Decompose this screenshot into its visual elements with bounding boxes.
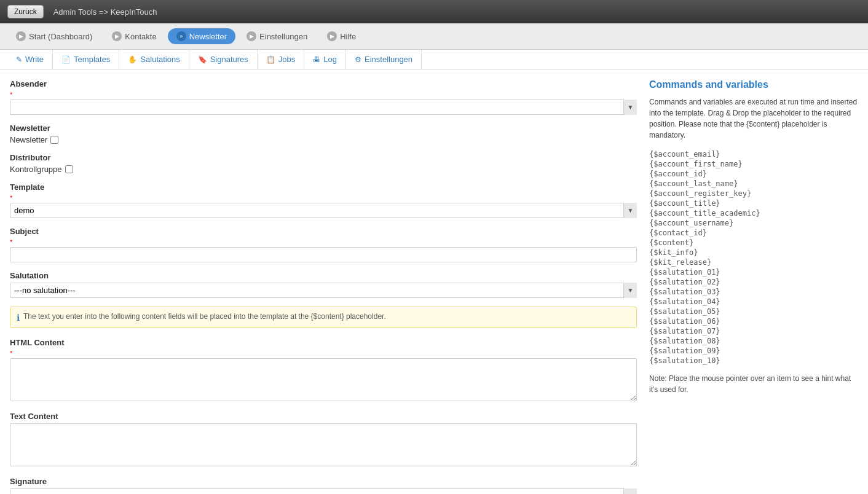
- html-content-field-group: HTML Content *: [10, 338, 637, 403]
- tab-templates[interactable]: 📄 Templates: [53, 50, 119, 69]
- nav-tab-contacts-label: Kontakte: [125, 32, 156, 41]
- distributor-checkbox[interactable]: [65, 165, 73, 173]
- newsletter-field-group: Newsletter Newsletter: [10, 124, 637, 144]
- variable-item[interactable]: {$account_register_key}: [649, 189, 858, 198]
- variable-item[interactable]: {$salutation_02}: [649, 277, 858, 287]
- subject-input[interactable]: [10, 247, 637, 262]
- distributor-checkbox-row: Kontrollgruppe: [10, 165, 637, 174]
- salutation-label: Salutation: [10, 271, 637, 280]
- templates-icon: 📄: [61, 55, 71, 64]
- tab-arrow-newsletter: »: [176, 31, 186, 41]
- nav-tab-help[interactable]: ▶ Hilfe: [318, 28, 365, 44]
- back-button[interactable]: Zurück: [7, 5, 44, 18]
- variable-item[interactable]: {$salutation_04}: [649, 297, 858, 307]
- template-select-wrapper: demo ▼: [10, 203, 637, 218]
- variable-item[interactable]: {$salutation_08}: [649, 336, 858, 346]
- tab-signatures-label: Signatures: [210, 55, 248, 64]
- tab-salutations[interactable]: ✋ Salutations: [119, 50, 189, 69]
- einstellungen-icon: ⚙: [355, 55, 361, 64]
- newsletter-checkbox-row: Newsletter: [10, 135, 637, 144]
- variable-item[interactable]: {$account_title}: [649, 198, 858, 208]
- html-content-required: *: [10, 350, 637, 357]
- variable-item[interactable]: {$salutation_01}: [649, 267, 858, 277]
- salutation-field-group: Salutation ---no salutation--- ▼: [10, 271, 637, 298]
- variables-list: {$account_email}{$account_first_name}{$a…: [649, 149, 858, 366]
- tab-signatures[interactable]: 🔖 Signatures: [189, 50, 258, 69]
- text-content-field-group: Text Content: [10, 412, 637, 468]
- nav-tab-newsletter[interactable]: » Newsletter: [168, 28, 235, 44]
- variable-item[interactable]: {$contact_id}: [649, 228, 858, 238]
- subject-field-group: Subject *: [10, 227, 637, 262]
- main-layout: Absender * ▼ Newsletter Newsletter: [0, 69, 868, 494]
- salutations-icon: ✋: [128, 55, 137, 64]
- tab-einstellungen-label: Einstellungen: [365, 55, 412, 64]
- tab-log[interactable]: 🖶 Log: [304, 50, 346, 69]
- signatures-icon: 🔖: [198, 55, 207, 64]
- tab-einstellungen[interactable]: ⚙ Einstellungen: [346, 50, 422, 69]
- info-icon: ℹ: [17, 313, 20, 323]
- variable-item[interactable]: {$account_email}: [649, 149, 858, 159]
- template-required: *: [10, 194, 637, 202]
- template-label: Template: [10, 182, 637, 192]
- distributor-label: Distributor: [10, 153, 637, 162]
- signature-label: Signature: [10, 477, 637, 486]
- template-select[interactable]: demo: [10, 203, 637, 218]
- tab-log-label: Log: [323, 55, 337, 64]
- tab-write[interactable]: ✎ Write: [7, 50, 53, 69]
- variable-item[interactable]: {$account_username}: [649, 218, 858, 228]
- variable-item[interactable]: {$kit_info}: [649, 248, 858, 257]
- nav-tab-dashboard-label: Start (Dashboard): [29, 32, 92, 41]
- panel-description: Commands and variables are executed at r…: [649, 96, 858, 141]
- nav-tab-contacts[interactable]: ▶ Kontakte: [103, 28, 165, 44]
- tab-jobs[interactable]: 📋 Jobs: [258, 50, 304, 69]
- text-content-label: Text Content: [10, 412, 637, 421]
- form-section: Absender * ▼ Newsletter Newsletter: [10, 79, 637, 494]
- nav-tab-settings[interactable]: ▶ Einstellungen: [238, 28, 316, 44]
- template-field-group: Template * demo ▼: [10, 182, 637, 218]
- newsletter-checkbox[interactable]: [50, 136, 58, 144]
- newsletter-label: Newsletter: [10, 124, 637, 133]
- html-content-textarea[interactable]: [10, 358, 637, 401]
- tab-arrow-settings: ▶: [247, 31, 256, 41]
- signature-select[interactable]: [10, 488, 637, 494]
- nav-tab-dashboard[interactable]: ▶ Start (Dashboard): [7, 28, 101, 44]
- salutation-select[interactable]: ---no salutation---: [10, 283, 637, 298]
- signature-select-wrapper: ▼: [10, 488, 637, 494]
- variable-item[interactable]: {$salutation_03}: [649, 287, 858, 297]
- variable-item[interactable]: {$salutation_09}: [649, 346, 858, 356]
- absender-label: Absender: [10, 79, 637, 88]
- variable-item[interactable]: {$salutation_10}: [649, 356, 858, 366]
- top-bar-title: Admin Tools => KeepInTouch: [53, 7, 157, 17]
- tab-salutations-label: Salutations: [140, 55, 180, 64]
- write-icon: ✎: [16, 55, 22, 64]
- panel-note: Note: Place the mouse pointer over an it…: [649, 373, 858, 395]
- variable-item[interactable]: {$salutation_07}: [649, 326, 858, 336]
- absender-select-wrapper: ▼: [10, 100, 637, 115]
- variable-item[interactable]: {$account_first_name}: [649, 159, 858, 169]
- nav-tab-newsletter-label: Newsletter: [189, 32, 227, 41]
- info-box: ℹ The text you enter into the following …: [10, 307, 637, 328]
- variable-item[interactable]: {$account_id}: [649, 169, 858, 179]
- tab-arrow-help: ▶: [327, 31, 337, 41]
- variable-item[interactable]: {$content}: [649, 238, 858, 248]
- variable-item[interactable]: {$salutation_05}: [649, 307, 858, 316]
- variable-item[interactable]: {$account_title_academic}: [649, 208, 858, 218]
- top-bar: Zurück Admin Tools => KeepInTouch: [0, 0, 868, 23]
- variable-item[interactable]: {$kit_release}: [649, 257, 858, 267]
- info-text: The text you enter into the following co…: [23, 312, 386, 321]
- html-content-label: HTML Content: [10, 338, 637, 347]
- salutation-select-wrapper: ---no salutation--- ▼: [10, 283, 637, 298]
- text-content-textarea[interactable]: [10, 423, 637, 466]
- variable-item[interactable]: {$account_last_name}: [649, 179, 858, 189]
- variable-item[interactable]: {$salutation_06}: [649, 316, 858, 326]
- content-tabs: ✎ Write 📄 Templates ✋ Salutations 🔖 Sign…: [0, 50, 868, 69]
- tab-write-label: Write: [25, 55, 44, 64]
- absender-field-group: Absender * ▼: [10, 79, 637, 115]
- subject-required: *: [10, 238, 637, 246]
- distributor-field-group: Distributor Kontrollgruppe: [10, 153, 637, 174]
- nav-tabs: ▶ Start (Dashboard) ▶ Kontakte » Newslet…: [0, 23, 868, 50]
- absender-select[interactable]: [10, 100, 637, 115]
- newsletter-checkbox-label: Newsletter: [10, 135, 47, 144]
- nav-tab-help-label: Hilfe: [340, 32, 356, 41]
- tab-arrow-dashboard: ▶: [16, 31, 26, 41]
